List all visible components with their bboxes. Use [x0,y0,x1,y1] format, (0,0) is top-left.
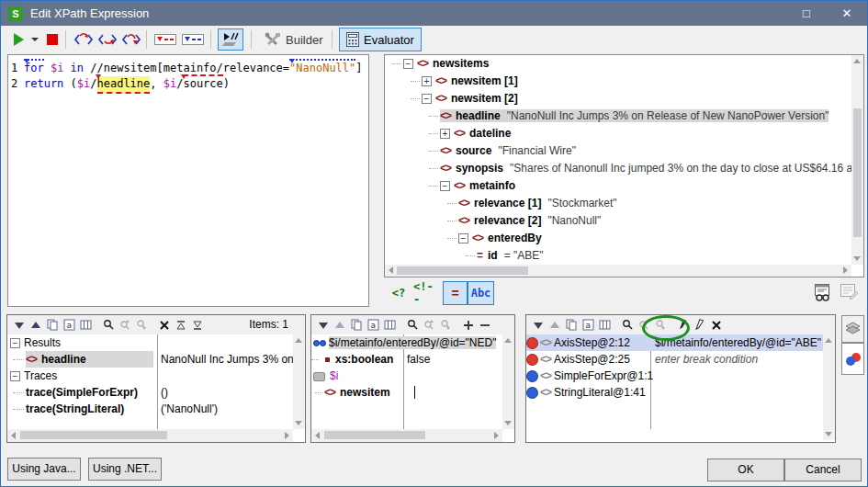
stop-debugging-button[interactable] [45,28,60,51]
pen-filled-icon[interactable] [676,318,691,332]
watch-horizontal-scrollbar[interactable] [311,429,502,442]
breakpoint-row[interactable]: <>AxisStep@2:12$i/metainfo/enteredBy/@id… [526,334,823,351]
show-processing-instructions-toggle[interactable]: <? [389,281,408,305]
pen-outline-icon[interactable] [693,318,707,332]
xml-tree-row[interactable]: <>headline"NanoNull Inc Jumps 3% on Rele… [385,108,851,125]
xml-tree-row[interactable]: +<>newsitem [1] [385,73,851,90]
mag-down-icon [438,318,453,332]
xml-tree-row[interactable]: <>source"Financial Wire" [385,142,851,160]
close-button[interactable]: ✕ [827,1,867,26]
watch-row[interactable]: $i/metainfo/enteredBy/@id="NED" [311,334,502,351]
magnifier-icon[interactable] [405,318,420,332]
tree-vertical-scrollbar[interactable] [851,55,863,265]
find-icon[interactable]: a [62,318,76,332]
collapse-toggle[interactable]: − [422,94,432,104]
collapse-top-icon[interactable] [174,318,188,332]
code-line[interactable]: 2return ($i/headline, $i/source) [8,76,368,92]
show-text-toggle[interactable]: Abc [468,281,494,305]
cancel-button[interactable]: Cancel [784,459,862,481]
expand-toggle[interactable]: + [422,76,432,86]
node-name: headline [456,109,501,122]
watch-row[interactable]: <>newsitem [311,384,502,401]
collapse-toggle[interactable]: − [440,181,450,191]
sort-asc-icon[interactable] [28,318,43,332]
breakpoint-row[interactable]: <>StringLiteral@1:41 [526,384,823,401]
breakpoint-row[interactable]: <>AxisStep@2:25enter break condition [526,351,823,368]
result-row[interactable]: <>headlineNanoNull Inc Jumps 3% on [7,351,293,368]
debug-mode-toggle[interactable] [218,28,243,51]
results-horizontal-scrollbar[interactable] [7,429,293,442]
minus-icon[interactable] [478,318,492,332]
columns-icon[interactable] [78,318,93,332]
evaluator-label: Evaluator [364,33,414,47]
result-row[interactable]: trace(StringLiteral)('NanoNull') [7,401,293,417]
breakpoint-name: SimpleForExpr@1:1 [554,369,653,382]
tree-filter-toolbar: <? <!-- = Abc [388,281,864,307]
breakpoint-row[interactable]: <>SimpleForExpr@1:1 [526,368,823,384]
expand-toggle[interactable]: + [440,129,450,139]
columns-icon[interactable] [597,318,612,332]
copy-icon[interactable] [45,318,60,332]
builder-button[interactable]: Builder [258,28,329,51]
copy-icon[interactable] [564,318,579,332]
xml-tree-row[interactable]: −<>newsitems [385,55,851,73]
watch-vertical-scrollbar[interactable] [502,334,514,429]
collapse-toggle[interactable]: − [10,371,20,381]
results-vertical-scrollbar[interactable] [293,334,305,429]
magnifier-icon[interactable] [101,318,116,332]
sort-desc-icon[interactable] [12,318,27,332]
ok-button[interactable]: OK [707,459,784,481]
result-row[interactable]: −Results [7,334,293,351]
xml-tree-row[interactable]: +<>dateline [385,125,851,142]
insert-tracepoint-button[interactable] [181,28,205,51]
step-out-button[interactable] [96,28,118,51]
xpath-expression-editor[interactable]: 1for $i in //newsitem[metainfo/relevance… [7,54,369,307]
collapse-bottom-icon[interactable] [190,318,205,332]
evaluator-button[interactable]: Evaluator [339,28,422,51]
clear-x-icon[interactable] [709,318,724,332]
result-row[interactable]: −Traces [7,368,293,384]
xml-tree-row[interactable]: <>relevance [1]"Stockmarket" [385,195,851,212]
tab-watch-layers[interactable] [841,315,864,343]
magnifier-icon[interactable] [620,318,635,332]
collapse-toggle[interactable]: − [403,59,413,69]
find-icon[interactable]: a [366,318,380,332]
using-net-button[interactable]: Using .NET... [88,458,162,481]
tab-breakpoints[interactable] [841,343,864,375]
show-comments-toggle[interactable]: <!-- [413,281,437,305]
watch-name: xs:boolean [335,353,393,366]
xml-tree-row[interactable]: −<>enteredBy [385,230,851,247]
breakpoints-vertical-scrollbar[interactable] [823,334,835,440]
edit-result-button[interactable] [839,284,859,302]
step-over-icon [121,32,141,47]
sort-desc-icon[interactable] [316,318,331,332]
watch-row[interactable]: $i [311,368,502,384]
step-into-button[interactable] [73,28,95,51]
watch-row[interactable]: xs:booleanfalse [311,351,502,368]
copy-icon[interactable] [349,318,364,332]
start-debugging-dropdown[interactable] [30,28,39,51]
calculator-icon [346,32,359,47]
maximize-button[interactable]: □ [786,1,827,26]
columns-icon[interactable] [382,318,397,332]
find-icon[interactable]: a [581,318,595,332]
collapse-toggle[interactable]: − [458,233,468,244]
xml-tree-row[interactable]: −<>newsitem [2] [385,90,851,108]
xml-tree-row[interactable]: <>relevance [2]"NanoNull" [385,212,851,230]
show-attributes-toggle[interactable]: = [443,281,468,305]
step-over-button[interactable] [120,28,142,51]
show-result-in-window-button[interactable] [813,284,833,302]
xml-tree-row[interactable]: =id= "ABE" [385,247,851,265]
sort-desc-icon[interactable] [531,318,546,332]
insert-breakpoint-button[interactable] [153,28,177,51]
plus-icon[interactable] [461,318,476,332]
node-value: "Shares of Nanonull Inc jumped 3% on the… [510,162,851,175]
using-java-button[interactable]: Using Java... [7,458,81,481]
tree-horizontal-scrollbar[interactable] [385,265,851,277]
xml-tree-row[interactable]: <>synopsis"Shares of Nanonull Inc jumped… [385,160,851,177]
xml-tree-row[interactable]: −<>metainfo [385,177,851,195]
clear-x-icon[interactable] [157,318,172,332]
result-row[interactable]: trace(SimpleForExpr)() [7,384,293,401]
collapse-toggle[interactable]: − [10,338,20,348]
start-debugging-button[interactable] [12,28,25,51]
